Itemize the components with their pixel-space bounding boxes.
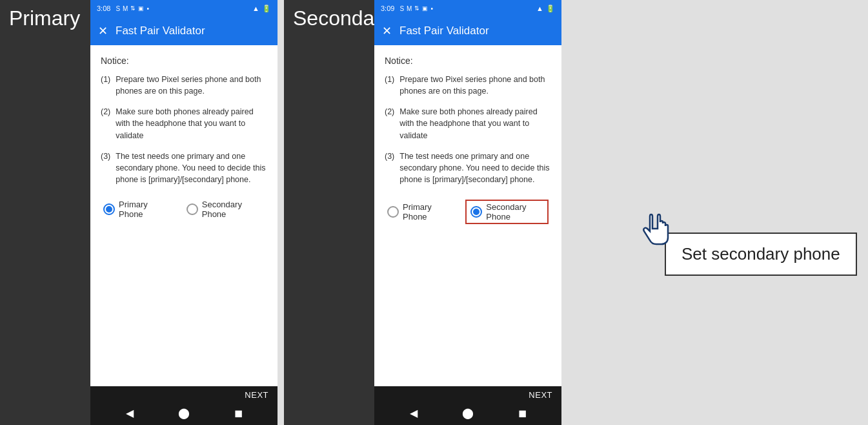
primary-status-bar-left: 3:08 S M ⇅ ▣ • [97,5,149,12]
secondary-notice-item-1: (1) Prepare two Pixel series phone and b… [385,74,551,97]
secondary-app-title: Fast Pair Validator [399,25,489,37]
secondary-status-m: M [407,5,412,12]
secondary-selection-box: Secondary Phone [465,200,549,224]
primary-notice-num-2: (2) [101,106,110,141]
secondary-close-button[interactable]: ✕ [382,25,392,37]
primary-content: Notice: (1) Prepare two Pixel series pho… [90,45,278,386]
primary-status-bar-right: ▲ 🔋 [252,5,271,13]
primary-wifi-icon: ▲ [252,5,259,12]
secondary-status-arrow: ⇅ [414,5,419,12]
gap-between-phones [278,0,284,425]
secondary-nav-recents-icon[interactable]: ◼ [518,407,527,419]
secondary-nav-home-icon[interactable]: ⬤ [462,407,474,419]
secondary-time: 3:09 [381,5,394,12]
primary-app-bar: ✕ Fast Pair Validator [90,17,278,45]
primary-radio-group: Primary Phone Secondary Phone [101,194,267,224]
primary-notice-item-2: (2) Make sure both phones already paired… [101,106,267,141]
primary-radio-primary[interactable]: Primary Phone [103,200,171,219]
primary-radio-secondary-circle[interactable] [187,203,198,215]
secondary-radio-group: Primary Phone Secondary Phone [385,194,551,229]
secondary-notice-text-2: Make sure both phones already paired wit… [399,106,551,141]
primary-app-title: Fast Pair Validator [116,25,205,37]
secondary-status-bar: 3:09 S M ⇅ ▣ • ▲ 🔋 [374,0,561,17]
secondary-radio-primary-label: Primary Phone [403,202,450,222]
secondary-nav-bar: NEXT ◀ ⬤ ◼ [374,386,561,425]
primary-notice-num-3: (3) [101,150,110,185]
secondary-notice-item-3: (3) The test needs one primary and one s… [385,150,551,185]
primary-time: 3:08 [97,5,110,12]
primary-nav-next-row: NEXT [90,386,278,401]
primary-radio-secondary[interactable]: Secondary Phone [187,200,265,219]
secondary-status-bar-left: 3:09 S M ⇅ ▣ • [381,5,433,12]
secondary-radio-primary[interactable]: Primary Phone [387,202,450,222]
primary-next-button[interactable]: NEXT [245,390,268,400]
secondary-battery-icon: 🔋 [546,5,555,13]
secondary-notice-num-2: (2) [385,106,394,141]
primary-phone: 3:08 S M ⇅ ▣ • ▲ 🔋 ✕ Fast Pair Validator… [90,0,278,425]
annotation-area: Set secondary phone [561,0,868,425]
secondary-notice-item-2: (2) Make sure both phones already paired… [385,106,551,141]
secondary-notice-text-3: The test needs one primary and one secon… [399,150,551,185]
primary-notice-text-3: The test needs one primary and one secon… [116,150,267,185]
primary-status-bar: 3:08 S M ⇅ ▣ • ▲ 🔋 [90,0,278,17]
primary-notice-text-2: Make sure both phones already paired wit… [116,106,267,141]
primary-radio-primary-circle[interactable] [103,203,115,215]
primary-notice-title: Notice: [101,56,267,66]
primary-nav-bar: NEXT ◀ ⬤ ◼ [90,386,278,425]
set-secondary-phone-label: Set secondary phone [681,244,840,264]
secondary-radio-secondary[interactable]: Secondary Phone [470,202,543,222]
secondary-next-button[interactable]: NEXT [529,390,552,400]
secondary-notice-title: Notice: [385,56,551,66]
primary-status-rec: ▣ [138,5,144,12]
primary-notice-item-3: (3) The test needs one primary and one s… [101,150,267,185]
secondary-status-bar-right: ▲ 🔋 [536,5,555,13]
primary-radio-primary-label: Primary Phone [119,200,171,219]
secondary-status-s: S [399,5,404,12]
primary-notice-item-1: (1) Prepare two Pixel series phone and b… [101,74,267,97]
secondary-nav-back-icon[interactable]: ◀ [410,407,418,419]
primary-close-button[interactable]: ✕ [98,25,108,37]
primary-status-icons: S [116,5,120,12]
primary-status-m: M [123,5,128,12]
secondary-status-dot: • [430,5,433,12]
secondary-content: Notice: (1) Prepare two Pixel series pho… [374,45,561,386]
primary-radio-secondary-label: Secondary Phone [202,200,265,219]
secondary-phone: 3:09 S M ⇅ ▣ • ▲ 🔋 ✕ Fast Pair Validator… [374,0,561,425]
primary-nav-recents-icon[interactable]: ◼ [234,407,243,419]
cursor-hand-icon [642,213,671,245]
secondary-notice-text-1: Prepare two Pixel series phone and both … [399,74,551,97]
primary-battery-icon: 🔋 [262,5,271,13]
secondary-notice-num-1: (1) [385,74,394,97]
secondary-status-rec: ▣ [422,5,428,12]
primary-status-dot: • [146,5,149,12]
primary-notice-text-1: Prepare two Pixel series phone and both … [116,74,267,97]
primary-nav-home-icon[interactable]: ⬤ [178,407,190,419]
primary-notice-num-1: (1) [101,74,110,97]
secondary-wifi-icon: ▲ [536,5,543,12]
secondary-nav-next-row: NEXT [374,386,561,401]
set-secondary-phone-box: Set secondary phone [665,233,857,276]
secondary-app-bar: ✕ Fast Pair Validator [374,17,561,45]
primary-label: Primary [9,6,80,30]
secondary-notice-num-3: (3) [385,150,394,185]
primary-nav-back-icon[interactable]: ◀ [126,407,134,419]
secondary-label-panel: Secondary [284,0,374,425]
primary-label-panel: Primary [0,0,90,425]
primary-status-arrow: ⇅ [130,5,136,12]
primary-nav-icons: ◀ ⬤ ◼ [90,401,278,425]
secondary-nav-icons: ◀ ⬤ ◼ [374,401,561,425]
secondary-radio-secondary-label: Secondary Phone [486,202,543,222]
secondary-radio-secondary-circle[interactable] [470,206,482,218]
secondary-radio-primary-circle[interactable] [387,206,399,218]
